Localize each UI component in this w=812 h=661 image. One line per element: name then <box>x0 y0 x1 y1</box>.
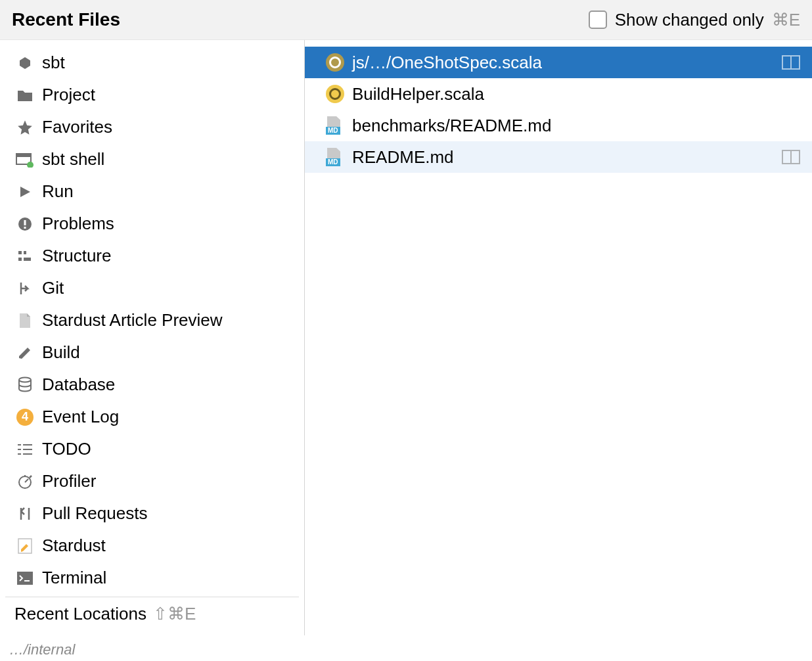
branch-icon <box>16 279 34 298</box>
svg-rect-2 <box>16 154 31 157</box>
tool-item-label: Stardust <box>42 536 106 556</box>
hammer-icon <box>16 344 34 362</box>
tool-item-run[interactable]: Run <box>0 175 304 208</box>
tool-item-stardust[interactable]: Stardust <box>0 530 304 562</box>
tool-item-build[interactable]: Build <box>0 336 304 369</box>
show-changed-checkbox[interactable] <box>589 11 607 29</box>
tool-item-label: sbt <box>42 53 65 73</box>
tool-item-label: Stardust Article Preview <box>42 310 223 330</box>
badge-icon: 4 <box>16 408 34 426</box>
tool-item-label: Profiler <box>42 471 96 491</box>
header: Recent Files Show changed only ⌘E <box>0 0 812 40</box>
show-changed-label[interactable]: Show changed only <box>615 10 764 30</box>
svg-marker-0 <box>20 57 30 69</box>
tool-item-label: Favorites <box>42 117 112 137</box>
md-icon: MD <box>326 116 344 135</box>
tool-item-label: Run <box>42 181 74 202</box>
file-item-label: js/…/OneShotSpec.scala <box>352 53 542 73</box>
tool-item-label: Problems <box>42 214 114 234</box>
recent-locations-label: Recent Locations <box>14 604 147 624</box>
tool-item-database[interactable]: Database <box>0 369 304 401</box>
file-item[interactable]: BuildHelper.scala <box>305 78 812 110</box>
svg-rect-12 <box>18 444 21 445</box>
star-icon <box>16 118 34 137</box>
svg-rect-9 <box>18 258 22 261</box>
main-content: sbtProjectFavoritessbt shellRunProblemsS… <box>0 40 812 635</box>
tool-item-label: Terminal <box>42 568 106 588</box>
divider <box>5 597 299 597</box>
svg-rect-5 <box>24 220 26 225</box>
tool-item-label: TODO <box>42 439 91 459</box>
svg-rect-10 <box>24 258 31 261</box>
tool-item-event-log[interactable]: 4Event Log <box>0 401 304 433</box>
svg-rect-8 <box>24 251 26 254</box>
tool-item-label: Build <box>42 342 80 363</box>
structure-icon <box>16 247 34 265</box>
recent-locations[interactable]: Recent Locations ⇧⌘E <box>0 600 304 628</box>
tool-item-pull-requests[interactable]: Pull Requests <box>0 497 304 530</box>
recent-files-list: js/…/OneShotSpec.scalaBuildHelper.scalaM… <box>305 40 812 635</box>
tool-item-label: Git <box>42 278 64 298</box>
svg-rect-13 <box>23 444 32 445</box>
scala-icon <box>326 53 344 72</box>
file-item[interactable]: MDREADME.md <box>305 141 812 173</box>
file-item[interactable]: js/…/OneShotSpec.scala <box>305 47 812 78</box>
folder-icon <box>16 86 34 104</box>
header-controls: Show changed only ⌘E <box>589 10 800 30</box>
tool-window-list: sbtProjectFavoritessbt shellRunProblemsS… <box>0 40 305 635</box>
svg-rect-7 <box>18 251 22 254</box>
tool-item-label: Database <box>42 375 115 395</box>
file-item-label: benchmarks/README.md <box>352 116 551 136</box>
tool-item-favorites[interactable]: Favorites <box>0 111 304 143</box>
tool-item-sbt[interactable]: sbt <box>0 47 304 79</box>
svg-rect-6 <box>24 227 26 229</box>
tool-item-git[interactable]: Git <box>0 272 304 304</box>
tool-item-terminal[interactable]: Terminal <box>0 562 304 594</box>
play-icon <box>16 183 34 201</box>
tool-item-profiler[interactable]: Profiler <box>0 465 304 497</box>
svg-point-3 <box>27 162 34 168</box>
show-changed-shortcut: ⌘E <box>772 10 800 30</box>
svg-point-11 <box>19 377 31 382</box>
file-item[interactable]: MDbenchmarks/README.md <box>305 110 812 141</box>
file-item-label: BuildHelper.scala <box>352 84 484 104</box>
tool-item-label: Event Log <box>42 407 119 427</box>
database-icon <box>16 376 34 394</box>
footer-path: …/internal <box>0 639 812 661</box>
page-icon <box>16 311 34 330</box>
recent-locations-shortcut: ⇧⌘E <box>153 604 196 624</box>
file-item-label: README.md <box>352 147 454 168</box>
hexagon-icon <box>16 54 34 72</box>
tool-item-label: Project <box>42 85 95 105</box>
md-icon: MD <box>326 148 344 166</box>
svg-rect-16 <box>18 453 21 455</box>
tool-item-label: Pull Requests <box>42 503 147 524</box>
svg-rect-15 <box>23 449 32 450</box>
terminal-icon <box>16 569 34 587</box>
tool-item-todo[interactable]: TODO <box>0 433 304 465</box>
svg-rect-20 <box>17 572 33 585</box>
split-right-icon[interactable] <box>782 55 800 70</box>
pull-request-icon <box>16 505 34 523</box>
tool-item-structure[interactable]: Structure <box>0 240 304 272</box>
tool-item-problems[interactable]: Problems <box>0 208 304 240</box>
tool-item-project[interactable]: Project <box>0 79 304 111</box>
tool-item-sbt-shell[interactable]: sbt shell <box>0 143 304 175</box>
header-title: Recent Files <box>12 9 120 30</box>
edit-page-icon <box>16 537 34 555</box>
tool-item-label: sbt shell <box>42 149 104 170</box>
scala-icon <box>326 85 344 103</box>
tool-item-stardust-article-preview[interactable]: Stardust Article Preview <box>0 304 304 336</box>
svg-rect-14 <box>18 449 21 450</box>
tool-item-label: Structure <box>42 246 112 266</box>
svg-rect-17 <box>23 453 32 455</box>
shell-icon <box>16 150 34 169</box>
alert-icon <box>16 215 34 233</box>
split-right-icon[interactable] <box>782 150 800 164</box>
todo-icon <box>16 440 34 459</box>
profiler-icon <box>16 472 34 491</box>
